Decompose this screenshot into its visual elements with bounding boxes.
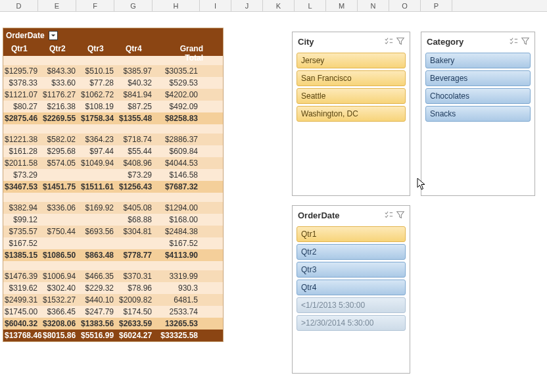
cell[interactable]: $2009.82 [118, 294, 156, 306]
cell[interactable]: $466.35 [80, 270, 118, 282]
cell[interactable]: $3035.21 [156, 65, 202, 77]
slicer-item[interactable]: <1/1/2013 5:30:00 [297, 297, 406, 313]
cell[interactable]: $99.12 [3, 214, 41, 226]
cell[interactable]: 3319.99 [156, 270, 202, 282]
column-header[interactable]: L [295, 0, 326, 11]
cell[interactable]: $863.48 [80, 249, 118, 261]
cell[interactable]: $1451.75 [41, 181, 80, 193]
cell[interactable]: $1295.79 [3, 65, 41, 77]
column-header[interactable]: G [114, 0, 153, 11]
cell[interactable] [80, 237, 118, 249]
cell[interactable]: $693.56 [80, 226, 118, 237]
cell[interactable]: $7687.32 [156, 181, 202, 193]
cell[interactable]: $319.62 [3, 282, 41, 294]
cell[interactable]: $364.23 [80, 134, 118, 145]
column-header[interactable]: F [76, 0, 114, 11]
multiselect-icon[interactable] [383, 36, 394, 47]
cell[interactable]: $295.68 [41, 145, 80, 157]
cell[interactable]: $529.53 [156, 77, 202, 89]
slicer-item[interactable]: Washington, DC [297, 106, 406, 122]
cell[interactable]: $1121.07 [3, 89, 41, 101]
clear-filter-icon[interactable] [395, 36, 406, 47]
cell[interactable]: $405.08 [118, 202, 156, 214]
slicer-item[interactable]: >12/30/2014 5:30:00 [297, 315, 406, 331]
cell[interactable]: $2633.59 [118, 318, 156, 330]
cell[interactable]: $229.32 [80, 282, 118, 294]
column-header[interactable]: M [326, 0, 358, 11]
cell[interactable]: $68.88 [118, 214, 156, 226]
cell[interactable]: $1476.39 [3, 270, 41, 282]
cell[interactable]: $382.94 [3, 202, 41, 214]
cell[interactable] [80, 214, 118, 226]
cell[interactable]: $492.09 [156, 101, 202, 112]
cell[interactable]: $1294.00 [156, 202, 202, 214]
cell[interactable]: $510.15 [80, 65, 118, 77]
cell[interactable]: $843.30 [41, 65, 80, 77]
cell[interactable]: $1221.38 [3, 134, 41, 145]
clear-filter-icon[interactable] [395, 210, 406, 220]
column-header[interactable]: K [263, 0, 295, 11]
cell[interactable]: $304.81 [118, 226, 156, 237]
cell[interactable]: $1355.48 [118, 112, 156, 124]
cell[interactable]: $1049.94 [80, 157, 118, 169]
cell[interactable]: $440.10 [80, 294, 118, 306]
slicer-item[interactable]: Qtr2 [297, 244, 406, 260]
cell[interactable]: $87.25 [118, 101, 156, 112]
cell[interactable]: $8258.83 [156, 112, 202, 124]
cell[interactable]: $77.28 [80, 77, 118, 89]
cell[interactable]: $778.77 [118, 249, 156, 261]
column-header[interactable]: N [358, 0, 389, 11]
cell[interactable]: $146.58 [156, 169, 202, 181]
cell[interactable]: $4113.90 [156, 249, 202, 261]
cell[interactable]: 2533.74 [156, 306, 202, 318]
slicer-item[interactable]: Beverages [425, 70, 531, 86]
cell[interactable] [118, 237, 156, 249]
cell[interactable]: $97.44 [80, 145, 118, 157]
slicer-item[interactable]: Seattle [297, 88, 406, 104]
cell[interactable]: $3208.06 [41, 318, 80, 330]
cell[interactable]: $78.96 [118, 282, 156, 294]
cell[interactable]: $841.94 [118, 89, 156, 101]
cell[interactable]: $1062.72 [80, 89, 118, 101]
column-header[interactable]: O [389, 0, 421, 11]
slicer-item[interactable]: San Francisco [297, 70, 406, 86]
cell[interactable]: $169.92 [80, 202, 118, 214]
cell[interactable]: $1532.27 [41, 294, 80, 306]
filter-dropdown-button[interactable] [49, 31, 58, 40]
column-header[interactable]: P [421, 0, 452, 11]
cell[interactable]: $33.60 [41, 77, 80, 89]
column-header[interactable]: D [0, 0, 38, 11]
cell[interactable]: $247.79 [80, 306, 118, 318]
cell[interactable]: $4044.53 [156, 157, 202, 169]
cell[interactable]: $55.44 [118, 145, 156, 157]
cell[interactable]: $574.05 [41, 157, 80, 169]
cell[interactable]: $609.84 [156, 145, 202, 157]
cell[interactable]: $1176.27 [41, 89, 80, 101]
cell[interactable]: 13265.53 [156, 318, 202, 330]
cell[interactable]: $73.29 [118, 169, 156, 181]
cell[interactable]: $1511.61 [80, 181, 118, 193]
cell[interactable]: $108.19 [80, 101, 118, 112]
column-header[interactable]: J [231, 0, 263, 11]
cell[interactable]: $370.31 [118, 270, 156, 282]
cell[interactable]: $336.06 [41, 202, 80, 214]
cell[interactable]: $1385.15 [3, 249, 41, 261]
cell[interactable]: $216.38 [41, 101, 80, 112]
cell[interactable]: $4202.00 [156, 89, 202, 101]
slicer-item[interactable]: Bakery [425, 53, 531, 68]
cell[interactable]: $167.52 [156, 237, 202, 249]
cell[interactable]: 6481.5 [156, 294, 202, 306]
cell[interactable]: $1383.56 [80, 318, 118, 330]
cell[interactable]: $161.28 [3, 145, 41, 157]
column-header[interactable]: I [200, 0, 231, 11]
clear-filter-icon[interactable] [520, 36, 531, 47]
cell[interactable]: $167.52 [3, 237, 41, 249]
cell[interactable]: $1006.94 [41, 270, 80, 282]
cell[interactable]: $735.57 [3, 226, 41, 237]
cell[interactable]: $2499.31 [3, 294, 41, 306]
cell[interactable]: $174.50 [118, 306, 156, 318]
cell[interactable]: $2269.55 [41, 112, 80, 124]
cell[interactable]: $73.29 [3, 169, 41, 181]
slicer-item[interactable]: Jersey [297, 53, 406, 68]
cell[interactable]: $718.74 [118, 134, 156, 145]
